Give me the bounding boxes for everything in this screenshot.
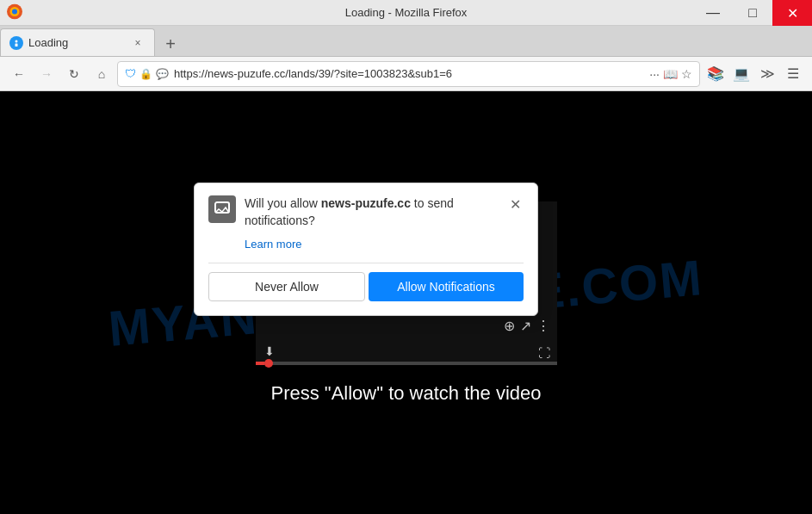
back-button[interactable]: ← [7,62,31,86]
shield-icon: 🛡 [125,67,136,80]
more-options-icon[interactable]: ··· [649,67,660,81]
svg-point-4 [15,40,18,42]
extensions-button[interactable]: ≫ [755,62,779,86]
fullscreen-button[interactable]: ⛶ [538,346,550,360]
nav-right-buttons: 📚 💻 ≫ ☰ [704,62,805,86]
share-icon[interactable]: ↗ [520,318,531,334]
learn-more-link[interactable]: Learn more [245,238,524,251]
add-to-playlist-icon[interactable]: ⊕ [504,318,515,334]
popup-header: Will you allow news-puzufe.cc to send no… [208,195,524,229]
tab-favicon [9,36,23,50]
url-bar[interactable]: 🛡 🔒 💬 https://news-puzufe.cc/lands/39/?s… [117,61,700,87]
down-arrow-icon[interactable]: ⬇ [264,344,275,358]
new-tab-button[interactable]: + [158,32,183,56]
active-tab[interactable]: Loading × [0,28,155,56]
sync-button[interactable]: 💻 [729,62,753,86]
allow-notifications-button[interactable]: Allow Notifications [369,272,524,301]
nav-bar: ← → ↻ ⌂ 🛡 🔒 💬 https://news-puzufe.cc/lan… [0,57,812,91]
popup-question-text: Will you allow news-puzufe.cc to send no… [245,195,524,229]
video-top-controls: ⊕ ↗ ⋮ [497,313,557,339]
reload-button[interactable]: ↻ [62,62,86,86]
popup-buttons: Never Allow Allow Notifications [208,263,524,301]
window-controls: — □ ✕ [693,0,812,25]
progress-thumb [264,359,273,368]
pocket-icon[interactable]: 📖 [663,67,678,81]
home-button[interactable]: ⌂ [90,62,114,86]
menu-button[interactable]: ☰ [781,62,805,86]
url-bar-icons: 🛡 🔒 💬 [125,67,169,80]
popup-close-button[interactable]: ✕ [506,195,524,213]
svg-rect-5 [15,43,18,46]
camera-icon: 💬 [156,68,169,80]
press-allow-text: Press "Allow" to watch the video [271,382,542,405]
tab-label: Loading [28,36,125,49]
notification-popup: Will you allow news-puzufe.cc to send no… [194,183,538,316]
url-text: https://news-puzufe.cc/lands/39/?site=10… [174,67,644,80]
url-bar-right: ··· 📖 ☆ [649,67,692,81]
tab-bar: Loading × + [0,26,812,57]
progress-bar[interactable] [256,362,557,365]
forward-button[interactable]: → [34,62,59,86]
svg-point-3 [11,38,22,48]
library-button[interactable]: 📚 [704,62,728,86]
bookmark-icon[interactable]: ☆ [681,67,692,81]
progress-fill [256,362,265,365]
more-icon[interactable]: ⋮ [536,318,550,334]
lock-icon: 🔒 [139,68,152,80]
minimize-button[interactable]: — [693,0,733,26]
popup-site-name: news-puzufe.cc [321,196,411,210]
never-allow-button[interactable]: Never Allow [208,272,365,301]
firefox-logo-icon [7,3,22,22]
chat-icon [208,195,236,223]
title-bar: Loading - Mozilla Firefox — □ ✕ [0,0,812,26]
close-button[interactable]: ✕ [772,0,812,26]
svg-point-2 [12,9,17,14]
window-title: Loading - Mozilla Firefox [345,6,468,19]
video-bottom-controls [256,362,557,365]
main-content: MYANTISPYWARE.COM ⊕ ↗ ⋮ ⏮ ▶ ⏭ [0,91,812,514]
maximize-button[interactable]: □ [733,0,772,26]
tab-close-button[interactable]: × [130,35,146,51]
